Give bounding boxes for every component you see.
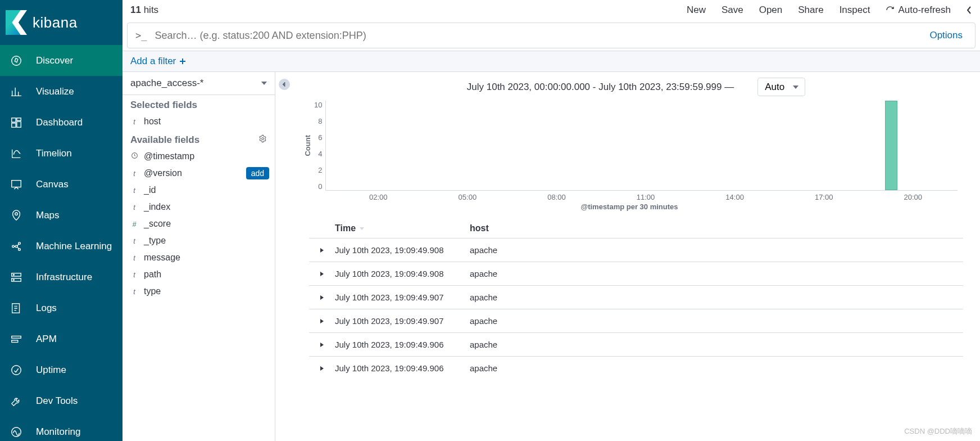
sidebar-item-dev-tools[interactable]: Dev Tools [0,385,122,416]
histogram-bar[interactable] [885,101,897,190]
number-type-icon: # [130,220,138,228]
search-prompt-icon: >_ [135,30,147,41]
auto-refresh-button[interactable]: Auto-refresh [886,4,951,16]
svg-rect-1 [12,118,16,122]
text-type-icon: t [130,118,138,126]
uptime-icon [10,364,22,376]
hits-count: 11 hits [130,4,158,16]
selected-fields-header: Selected fields [122,95,275,113]
sidebar: kibana DiscoverVisualizeDashboardTimelio… [0,0,122,441]
field-_type[interactable]: t_type [122,232,275,249]
column-time[interactable]: Time [335,223,470,233]
search-input[interactable] [155,30,917,42]
collapse-fields-button[interactable] [279,79,290,90]
main: 11 hits New Save Open Share Inspect Auto… [122,0,980,441]
table-row[interactable]: July 10th 2023, 19:09:49.906apache [309,356,963,380]
expand-row-button[interactable] [309,248,335,253]
svg-point-6 [15,212,18,215]
text-type-icon: t [130,254,138,262]
field-type[interactable]: ttype [122,283,275,300]
searchbar[interactable]: >_ Options [127,22,976,48]
logo[interactable]: kibana [0,0,122,45]
y-axis: 1086420 [314,101,325,191]
column-host[interactable]: host [470,223,489,233]
inspect-button[interactable]: Inspect [840,4,870,16]
add-filter-button[interactable]: Add a filter [130,56,972,67]
svg-rect-4 [12,123,16,127]
ml-icon [10,240,22,253]
infra-icon [10,271,22,284]
field-_index[interactable]: t_index [122,199,275,215]
timelion-icon [10,147,22,160]
sidebar-item-timelion[interactable]: Timelion [0,138,122,169]
table-row[interactable]: July 10th 2023, 19:09:49.908apache [309,262,963,285]
text-type-icon: t [130,169,138,178]
x-axis: 02:0005:0008:0011:0014:0017:0020:00 [301,193,958,201]
sidebar-item-canvas[interactable]: Canvas [0,169,122,200]
text-type-icon: t [130,186,138,195]
table-row[interactable]: July 10th 2023, 19:09:49.907apache [309,309,963,332]
sidebar-item-visualize[interactable]: Visualize [0,76,122,107]
clock-icon [130,152,138,161]
svg-point-0 [12,56,21,65]
host-cell: apache [470,269,963,278]
interval-select[interactable]: Auto [748,78,805,96]
time-cell: July 10th 2023, 19:09:49.908 [335,269,470,278]
field-message[interactable]: tmessage [122,249,275,266]
host-cell: apache [470,245,963,255]
expand-row-button[interactable] [309,318,335,324]
gear-icon[interactable] [258,134,267,146]
results-panel: July 10th 2023, 00:00:00.000 - July 10th… [290,72,980,441]
field-path[interactable]: tpath [122,266,275,283]
save-button[interactable]: Save [722,4,743,16]
table-row[interactable]: July 10th 2023, 19:09:49.906apache [309,332,963,356]
time-cell: July 10th 2023, 19:09:49.906 [335,340,470,349]
y-axis-label: Count [301,135,314,156]
available-fields-header: Available fields [122,130,275,148]
index-pattern-select[interactable]: apache_access-* [122,72,275,95]
expand-row-button[interactable] [309,342,335,348]
filter-bar: Add a filter [122,51,980,72]
table-row[interactable]: July 10th 2023, 19:09:49.908apache [309,238,963,262]
histogram-chart[interactable]: Count 1086420 02:0005:0008:0011:0014:001… [292,98,980,213]
field-_score[interactable]: #_score [122,215,275,232]
new-button[interactable]: New [687,4,706,16]
sidebar-item-uptime[interactable]: Uptime [0,354,122,385]
expand-row-button[interactable] [309,271,335,277]
brand-name: kibana [33,14,78,32]
sidebar-item-infrastructure[interactable]: Infrastructure [0,262,122,292]
watermark: CSDN @DDD嘀嘀嘀 [904,426,972,436]
expand-row-button[interactable] [309,295,335,300]
search-options-link[interactable]: Options [925,30,967,41]
chevron-left-icon[interactable] [967,6,972,15]
refresh-icon [886,6,895,15]
svg-point-10 [15,245,17,248]
sidebar-item-monitoring[interactable]: Monitoring [0,416,122,441]
field-host[interactable]: thost [122,113,275,130]
table-row[interactable]: July 10th 2023, 19:09:49.907apache [309,285,963,309]
sidebar-item-logs[interactable]: Logs [0,292,122,323]
x-axis-label: @timestamp per 30 minutes [301,202,958,211]
chart-plot[interactable] [325,101,958,191]
expand-row-button[interactable] [309,366,335,371]
text-type-icon: t [130,203,138,212]
share-button[interactable]: Share [798,4,823,16]
sidebar-item-discover[interactable]: Discover [0,45,122,76]
field-@version[interactable]: t@versionadd [122,165,275,182]
field-@timestamp[interactable]: @timestamp [122,148,275,165]
kibana-logo-icon [6,10,27,35]
field-_id[interactable]: t_id [122,182,275,199]
sidebar-item-maps[interactable]: Maps [0,200,122,231]
sidebar-item-machine-learning[interactable]: Machine Learning [0,231,122,262]
add-field-button[interactable]: add [246,167,269,179]
sort-desc-icon [359,226,365,231]
chevron-down-icon [261,82,267,85]
svg-rect-2 [17,118,21,120]
sidebar-item-dashboard[interactable]: Dashboard [0,107,122,138]
open-button[interactable]: Open [759,4,783,16]
time-cell: July 10th 2023, 19:09:49.906 [335,363,470,373]
time-cell: July 10th 2023, 19:09:49.908 [335,245,470,255]
host-cell: apache [470,292,963,302]
sidebar-item-apm[interactable]: APM [0,323,122,354]
time-cell: July 10th 2023, 19:09:49.907 [335,316,470,326]
